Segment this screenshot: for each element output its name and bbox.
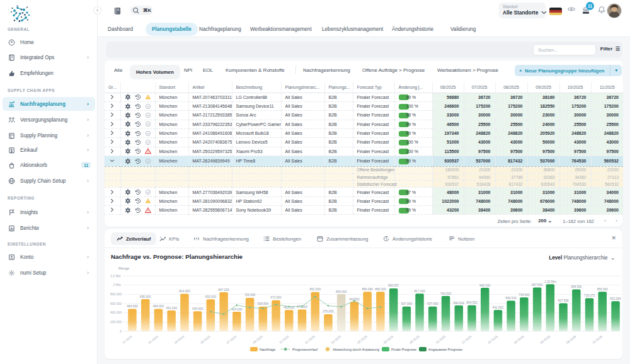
svg-text:Menge: Menge [118, 266, 129, 270]
svg-text:Angepasste Prognose: Angepasste Prognose [428, 348, 462, 351]
svg-text:947.502: 947.502 [532, 283, 543, 287]
svg-text:600.000: 600.000 [110, 302, 122, 305]
svg-text:01-2024: 01-2024 [147, 334, 159, 344]
svg-text:535.900: 535.900 [258, 302, 269, 305]
svg-text:06-2026: 06-2026 [539, 334, 551, 344]
svg-text:Finale Prognose: Finale Prognose [391, 348, 416, 351]
svg-text:09-2024: 09-2024 [252, 334, 263, 344]
svg-text:851.000: 851.000 [310, 288, 321, 291]
svg-text:564.532: 564.532 [466, 301, 478, 304]
svg-text:856.062: 856.062 [597, 288, 609, 291]
svg-text:560.532: 560.532 [454, 302, 465, 305]
svg-text:200.000: 200.000 [110, 320, 122, 324]
svg-text:461.502: 461.502 [493, 306, 504, 309]
svg-text:908.962: 908.962 [571, 285, 582, 288]
svg-text:1,2 Mio.: 1,2 Mio. [110, 274, 122, 278]
svg-text:652.064: 652.064 [610, 297, 621, 300]
svg-text:695.900: 695.900 [140, 295, 151, 299]
svg-text:10-2025: 10-2025 [435, 334, 446, 344]
svg-text:05-2024: 05-2024 [200, 334, 211, 344]
svg-text:847.000: 847.000 [218, 288, 229, 292]
svg-text:718.373: 718.373 [584, 294, 595, 297]
svg-text:806.000: 806.000 [336, 290, 347, 293]
svg-text:07-2024: 07-2024 [226, 334, 237, 344]
svg-text:03-2024: 03-2024 [173, 334, 185, 344]
svg-text:08-2026: 08-2026 [565, 334, 576, 344]
svg-text:11-2023: 11-2023 [122, 334, 133, 344]
svg-text:05-2025: 05-2025 [357, 334, 368, 344]
svg-text:800.000: 800.000 [110, 292, 122, 296]
svg-text:01-2025: 01-2025 [304, 334, 316, 344]
svg-text:12-2025: 12-2025 [461, 334, 472, 344]
svg-text:537.000: 537.000 [401, 302, 413, 305]
svg-text:673.000: 673.000 [270, 296, 282, 299]
svg-text:11-2024: 11-2024 [278, 334, 290, 344]
svg-text:03-2025: 03-2025 [330, 334, 341, 344]
svg-text:814.000: 814.000 [179, 290, 190, 293]
svg-text:1 Mio.: 1 Mio. [113, 283, 122, 287]
svg-text:484.000: 484.000 [127, 305, 138, 308]
svg-text:607.958: 607.958 [558, 299, 569, 302]
svg-text:817.432: 817.432 [414, 290, 425, 293]
svg-text:Nachfrage: Nachfrage [260, 348, 275, 351]
svg-text:400.000: 400.000 [110, 310, 122, 314]
svg-text:451.000: 451.000 [166, 307, 178, 310]
svg-text:Prognoseverlauf: Prognoseverlauf [292, 348, 318, 351]
svg-text:856.090: 856.090 [362, 288, 373, 291]
svg-text:08-2025: 08-2025 [409, 334, 420, 344]
svg-text:434.000: 434.000 [192, 307, 203, 310]
svg-text:942.532: 942.532 [479, 284, 491, 287]
svg-text:726.000: 726.000 [244, 293, 256, 297]
svg-text:04-2026: 04-2026 [513, 334, 524, 344]
svg-text:930.537: 930.537 [388, 284, 399, 287]
svg-text:370.000: 370.000 [323, 310, 334, 313]
svg-text:764.530: 764.530 [440, 292, 452, 295]
svg-text:Abweichung durch Anpassung: Abweichung durch Anpassung [333, 348, 379, 351]
svg-text:537.000: 537.000 [427, 302, 438, 305]
svg-text:06-2025: 06-2025 [382, 334, 394, 344]
svg-text:660.542: 660.542 [506, 297, 517, 300]
svg-text:0: 0 [120, 329, 122, 333]
svg-text:1,02 Mio: 1,02 Mio [544, 280, 556, 283]
svg-text:693.000: 693.000 [205, 295, 217, 299]
svg-text:856.000: 856.000 [375, 288, 386, 291]
svg-text:484.000: 484.000 [153, 305, 164, 308]
svg-text:734.542: 734.542 [518, 293, 530, 297]
svg-text:02-2026: 02-2026 [487, 334, 498, 344]
svg-text:10-2026: 10-2026 [592, 334, 603, 344]
